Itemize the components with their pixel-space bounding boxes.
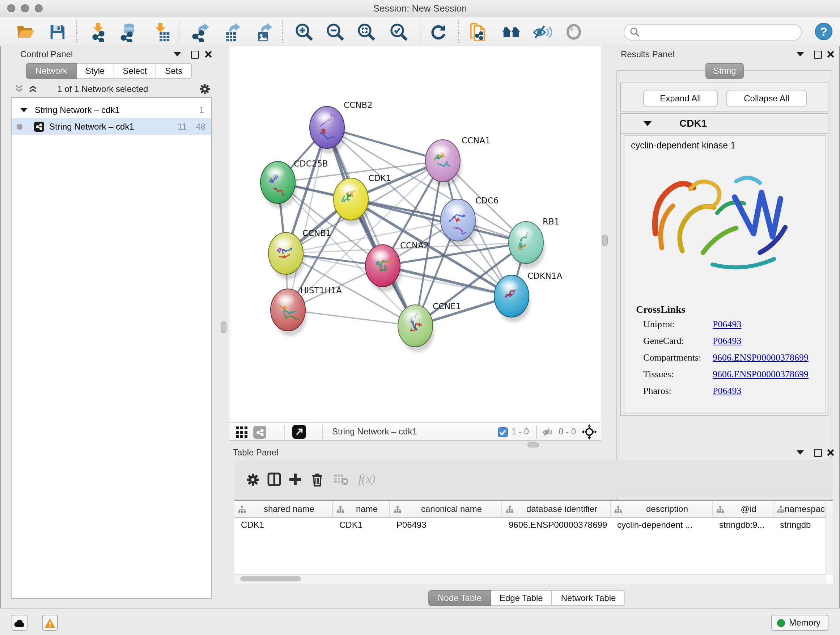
expand-all-button[interactable]: Expand All bbox=[643, 90, 718, 107]
zoom-in-button[interactable] bbox=[293, 21, 315, 43]
network-share-view-icon[interactable] bbox=[253, 426, 266, 439]
import-network-button[interactable] bbox=[88, 21, 109, 43]
help-button[interactable]: ? bbox=[813, 20, 834, 42]
network-node-CCNB1[interactable]: CCNB1 bbox=[268, 228, 332, 279]
hide-graphics-button[interactable] bbox=[531, 21, 553, 43]
network-row-selected[interactable]: String Network – cdk1 11 48 bbox=[11, 118, 211, 135]
open-view-in-window-icon[interactable] bbox=[292, 425, 306, 439]
network-edge-CCNA2-CDKN1A[interactable] bbox=[383, 266, 512, 296]
import-table-button[interactable] bbox=[150, 21, 172, 43]
cloud-status-button[interactable] bbox=[11, 615, 27, 631]
navigator-crosshair-icon[interactable] bbox=[582, 424, 597, 440]
control-panel-menu-icon[interactable] bbox=[172, 49, 182, 59]
create-column-button[interactable] bbox=[286, 470, 305, 489]
right-splitter-handle[interactable] bbox=[602, 234, 608, 246]
crosslink-link[interactable]: 9606.ENSP00000378699 bbox=[713, 369, 808, 380]
results-panel-close-icon[interactable] bbox=[826, 49, 836, 59]
tab-network[interactable]: Network bbox=[26, 63, 77, 79]
tab-string[interactable]: String bbox=[706, 63, 744, 79]
table-horizontal-scrollbar[interactable] bbox=[234, 574, 826, 584]
zoom-fit-button[interactable] bbox=[355, 21, 377, 43]
column-header--id[interactable]: @id bbox=[713, 501, 774, 517]
zoom-out-button[interactable] bbox=[324, 21, 346, 43]
table-panel-menu-icon[interactable] bbox=[795, 448, 805, 458]
control-panel-float-icon[interactable] bbox=[189, 49, 200, 59]
home-button[interactable] bbox=[500, 21, 522, 43]
scrollbar-thumb[interactable] bbox=[240, 576, 301, 581]
column-header-name[interactable]: name bbox=[333, 501, 390, 517]
table-panel-float-icon[interactable] bbox=[813, 448, 823, 458]
save-session-button[interactable] bbox=[46, 21, 68, 43]
bottom-splitter-handle[interactable] bbox=[527, 442, 539, 448]
open-session-button[interactable] bbox=[14, 21, 36, 43]
tree-expander-icon[interactable] bbox=[20, 108, 27, 112]
import-network-database-button[interactable] bbox=[117, 21, 139, 43]
network-collection-row[interactable]: String Network – cdk1 1 bbox=[11, 101, 211, 118]
network-node-CCNB2[interactable]: CCNB2 bbox=[309, 100, 373, 154]
memory-button[interactable]: Memory bbox=[771, 615, 829, 631]
network-node-CDKN1A[interactable]: CDKN1A bbox=[494, 271, 562, 322]
column-header-description[interactable]: description bbox=[611, 501, 713, 517]
table-cell[interactable]: P06493 bbox=[390, 518, 502, 533]
zoom-selected-button[interactable] bbox=[388, 21, 409, 43]
tab-style[interactable]: Style bbox=[77, 63, 114, 79]
table-cell[interactable]: 9606.ENSP00000378699 bbox=[502, 518, 611, 533]
collapse-all-button[interactable]: Collapse All bbox=[726, 90, 807, 107]
export-network-button[interactable] bbox=[188, 21, 210, 43]
crosslink-link[interactable]: P06493 bbox=[713, 318, 741, 330]
network-edge-CCNB2-CCNE1[interactable] bbox=[327, 127, 415, 326]
entry-expander-icon[interactable] bbox=[643, 121, 652, 126]
table-cell[interactable]: CDK1 bbox=[333, 518, 390, 533]
table-cell[interactable]: cyclin-dependent ... bbox=[611, 518, 713, 533]
network-view-canvas[interactable]: CCNB2CCNA1CDC25BCDK1CDC6RB1CCNB1CCNA2CDK… bbox=[229, 46, 601, 422]
tab-node-table[interactable]: Node Table bbox=[428, 590, 491, 606]
warnings-button[interactable] bbox=[42, 615, 58, 631]
preview-button[interactable] bbox=[563, 21, 584, 43]
tab-edge-table[interactable]: Edge Table bbox=[491, 590, 553, 606]
export-image-button[interactable] bbox=[251, 21, 273, 43]
network-options-gear-icon[interactable] bbox=[199, 83, 210, 95]
table-vertical-scrollbar[interactable] bbox=[826, 517, 833, 575]
results-panel-menu-icon[interactable] bbox=[795, 49, 805, 59]
show-columns-button[interactable] bbox=[265, 470, 284, 489]
results-entry-header[interactable]: CDK1 bbox=[621, 114, 828, 134]
tab-network-table[interactable]: Network Table bbox=[553, 590, 625, 606]
hidden-eye-slash-icon[interactable] bbox=[542, 426, 554, 438]
crosslink-link[interactable]: P06493 bbox=[713, 335, 741, 347]
table-cell[interactable]: CDK1 bbox=[234, 518, 333, 533]
network-node-CDC25B[interactable]: CDC25B bbox=[261, 159, 328, 209]
export-network-icon bbox=[189, 22, 209, 42]
table-cell[interactable]: stringdb bbox=[774, 518, 826, 533]
crosslink-link[interactable]: 9606.ENSP00000378699 bbox=[713, 352, 808, 363]
network-node-CCNE1[interactable]: CCNE1 bbox=[398, 302, 461, 352]
export-table-button[interactable] bbox=[219, 21, 241, 43]
network-edge-HIST1H1A-CCNB2[interactable] bbox=[288, 127, 327, 310]
network-edge-HIST1H1A-CCNE1[interactable] bbox=[288, 310, 415, 326]
grid-view-icon[interactable] bbox=[236, 426, 248, 438]
network-node-CCNA1[interactable]: CCNA1 bbox=[425, 136, 491, 187]
node-label-CCNE1: CCNE1 bbox=[433, 302, 461, 311]
results-panel-float-icon[interactable] bbox=[813, 49, 823, 59]
column-header-shared-name[interactable]: shared name bbox=[234, 501, 333, 517]
control-panel-close-icon[interactable] bbox=[203, 49, 213, 59]
table-panel-close-icon[interactable] bbox=[826, 448, 836, 458]
selected-node-edge-counts: 1 - 0 bbox=[512, 426, 529, 437]
node-label-CCNB2: CCNB2 bbox=[344, 100, 373, 110]
column-header-namespac[interactable]: namespac bbox=[774, 501, 826, 517]
table-row[interactable]: CDK1CDK1P064939606.ENSP00000378699cyclin… bbox=[234, 518, 833, 533]
string-import-button[interactable] bbox=[467, 21, 489, 43]
tab-sets[interactable]: Sets bbox=[156, 63, 192, 79]
left-splitter-handle[interactable] bbox=[221, 321, 226, 333]
network-node-RB1[interactable]: RB1 bbox=[508, 217, 559, 269]
tab-select[interactable]: Select bbox=[114, 63, 156, 79]
column-header-database-identifier[interactable]: database identifier bbox=[502, 501, 611, 517]
table-cell[interactable]: stringdb:9... bbox=[713, 518, 774, 533]
network-node-HIST1H1A[interactable]: HIST1H1A bbox=[271, 286, 342, 336]
search-input[interactable] bbox=[643, 25, 797, 39]
crosslink-link[interactable]: P06493 bbox=[713, 385, 741, 397]
delete-column-button[interactable] bbox=[308, 470, 326, 489]
refresh-button[interactable] bbox=[428, 21, 449, 43]
table-options-button[interactable] bbox=[243, 470, 262, 489]
column-header-canonical-name[interactable]: canonical name bbox=[390, 501, 502, 517]
selected-checkbox-icon[interactable] bbox=[498, 427, 508, 437]
